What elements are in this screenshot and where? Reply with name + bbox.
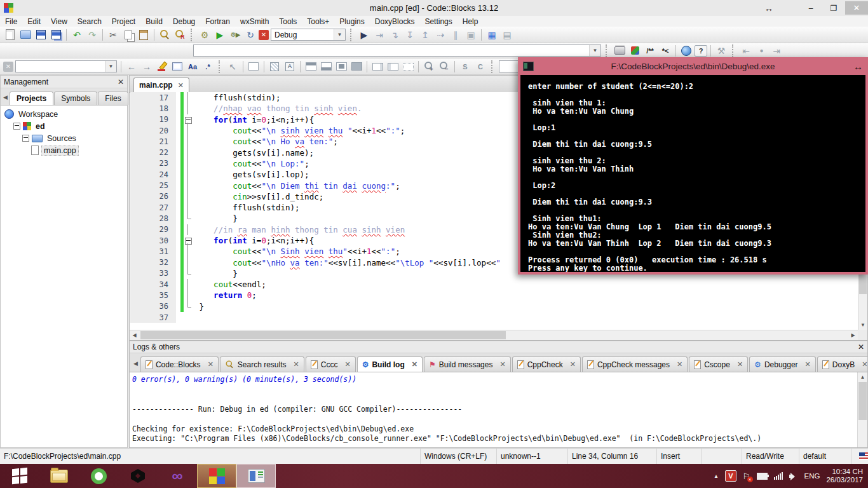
run-to-cursor-icon[interactable]: ⇥ xyxy=(372,29,386,41)
logs-tab-close-icon[interactable]: ✕ xyxy=(737,360,743,369)
doxyblocks-help-icon[interactable]: ? xyxy=(695,45,707,57)
doxyblocks-extract-icon[interactable] xyxy=(613,44,627,57)
editor-tab-close-icon[interactable]: ✕ xyxy=(178,81,184,90)
fold-margin[interactable] xyxy=(184,213,193,224)
wxsmith-border-icon[interactable] xyxy=(401,60,415,73)
logs-scrollbar[interactable]: ▲ xyxy=(857,372,867,447)
fold-margin[interactable] xyxy=(184,235,193,246)
zoom-in-icon[interactable] xyxy=(422,60,436,73)
management-close-icon[interactable]: ✕ xyxy=(118,78,124,86)
paste-icon[interactable] xyxy=(137,29,151,41)
tree-item-sources[interactable]: Sources xyxy=(1,132,127,144)
hscroll-left-icon[interactable]: ◀ xyxy=(130,332,139,338)
symbol-scope-select[interactable]: ▼ xyxy=(193,44,601,57)
restore-button[interactable]: ❐ xyxy=(822,1,845,15)
logs-tab-close-icon[interactable]: ✕ xyxy=(344,360,350,369)
tree-item-ed[interactable]: ed xyxy=(1,120,127,132)
battery-icon[interactable] xyxy=(757,473,768,480)
replace-icon[interactable] xyxy=(173,29,187,41)
highlight-occurrences-icon[interactable] xyxy=(155,60,169,73)
fold-margin[interactable] xyxy=(184,257,193,268)
menu-plugins[interactable]: Plugins xyxy=(334,17,369,27)
logs-close-icon[interactable]: ✕ xyxy=(858,342,864,351)
minimize-button[interactable]: – xyxy=(799,1,822,15)
fold-collapse-icon[interactable] xyxy=(185,238,192,245)
wxsmith-expand-icon[interactable] xyxy=(370,60,384,73)
logs-tab-debugger[interactable]: ⚙Debugger✕ xyxy=(749,356,816,372)
fold-margin[interactable] xyxy=(184,202,193,213)
wxsmith-pointer-icon[interactable]: ↖ xyxy=(226,60,240,73)
action-center-flag-icon[interactable]: ⚐ xyxy=(743,471,750,481)
management-tab-projects[interactable]: Projects xyxy=(10,92,53,105)
doxyblocks-run-icon[interactable] xyxy=(628,44,642,57)
fold-margin[interactable] xyxy=(184,290,193,301)
run-icon[interactable]: ▶ xyxy=(213,29,227,41)
menu-wxsmith[interactable]: wxSmith xyxy=(235,17,274,27)
network-signal-icon[interactable] xyxy=(774,472,783,480)
console-window[interactable]: F:\CodeBlockProjects\ed\bin\Debug\ed.exe… xyxy=(518,57,868,274)
fold-margin[interactable] xyxy=(184,224,193,235)
logs-tab-close-icon[interactable]: ✕ xyxy=(862,360,867,369)
logs-tab-code-blocks[interactable]: Code::Blocks✕ xyxy=(140,356,219,372)
menu-debug[interactable]: Debug xyxy=(168,17,200,27)
menu-help[interactable]: Help xyxy=(458,17,484,27)
debug-continue-icon[interactable]: ▶ xyxy=(357,29,371,41)
logs-tab-doxyb[interactable]: DoxyB✕ xyxy=(817,356,867,372)
logs-tab-build-messages[interactable]: ⚑Build messages✕ xyxy=(424,356,511,372)
logs-tab-cppcheck[interactable]: CppCheck✕ xyxy=(512,356,581,372)
doxyblocks-block-comment-icon[interactable]: /** xyxy=(643,44,657,57)
doxyblocks-settings-icon[interactable]: ⚒ xyxy=(714,44,728,57)
abort-build-icon[interactable]: ✕ xyxy=(259,30,269,40)
stop-debug-icon[interactable]: ▣ xyxy=(464,29,478,41)
stretch-tool-icon[interactable]: S xyxy=(458,60,472,73)
menu-fortran[interactable]: Fortran xyxy=(200,17,235,27)
management-tab-files[interactable]: Files xyxy=(98,92,128,105)
build-target-select[interactable]: Debug▼ xyxy=(271,29,346,41)
console-titlebar[interactable]: F:\CodeBlockProjects\ed\bin\Debug\ed.exe… xyxy=(518,57,868,75)
expander-icon[interactable] xyxy=(22,135,29,142)
console-resize-icon[interactable]: ↔ xyxy=(853,61,863,72)
menu-tools[interactable]: Tools xyxy=(274,17,302,27)
match-case-icon[interactable]: Aa xyxy=(186,60,200,73)
wxsmith-align-top-icon[interactable] xyxy=(304,60,318,73)
unity-button[interactable] xyxy=(118,464,158,488)
logs-tab-search-results[interactable]: Search results✕ xyxy=(220,356,304,372)
pause-icon[interactable]: ∥ xyxy=(449,29,463,41)
wxsmith-frame-icon[interactable] xyxy=(247,60,261,73)
tree-item-workspace[interactable]: Workspace xyxy=(1,108,127,120)
logs-tab-close-icon[interactable]: ✕ xyxy=(294,360,299,369)
fold-margin[interactable] xyxy=(184,125,193,136)
logs-tab-cscope[interactable]: Cscope✕ xyxy=(689,356,748,372)
incsearch-input-dropdown-icon[interactable]: ▼ xyxy=(105,61,116,72)
logs-tab-close-icon[interactable]: ✕ xyxy=(208,360,214,369)
save-icon[interactable] xyxy=(34,29,48,41)
fold-margin[interactable] xyxy=(184,136,193,147)
redo-icon[interactable]: ↷ xyxy=(85,29,99,41)
step-out-icon[interactable]: ↥ xyxy=(418,29,432,41)
incsearch-next-icon[interactable]: → xyxy=(140,60,154,73)
speaker-icon[interactable] xyxy=(789,472,798,480)
logs-tab-close-icon[interactable]: ✕ xyxy=(412,360,417,369)
logs-tab-close-icon[interactable]: ✕ xyxy=(570,360,576,369)
jump-forward-icon[interactable]: ⇥ xyxy=(770,44,783,57)
fold-margin[interactable] xyxy=(184,103,193,114)
center-tool-icon[interactable]: C xyxy=(473,60,487,73)
build-target-select-dropdown-icon[interactable]: ▼ xyxy=(334,29,345,40)
fold-margin[interactable] xyxy=(184,92,193,103)
build-and-run-icon[interactable]: ⚙▶ xyxy=(228,29,242,41)
fold-margin[interactable] xyxy=(184,268,193,279)
wxsmith-align-fill-icon[interactable] xyxy=(334,60,348,73)
regex-icon[interactable]: .* xyxy=(201,60,215,73)
menu-tools[interactable]: Tools+ xyxy=(302,17,334,27)
zoom-out-icon[interactable] xyxy=(437,60,451,73)
build-icon[interactable]: ⚙ xyxy=(198,29,212,41)
menu-edit[interactable]: Edit xyxy=(22,17,46,27)
logs-tab-cppcheck-messages[interactable]: CppCheck messages✕ xyxy=(582,356,688,372)
menu-build[interactable]: Build xyxy=(140,17,168,27)
fold-margin[interactable] xyxy=(184,147,193,158)
fold-margin[interactable] xyxy=(184,279,193,290)
incsearch-clear-icon[interactable]: ✕ xyxy=(3,62,13,72)
editor-horizontal-scrollbar[interactable]: ◀ ▶ xyxy=(130,330,858,340)
logs-tab-cccc[interactable]: Cccc✕ xyxy=(306,356,356,372)
management-tab-symbols[interactable]: Symbols xyxy=(54,92,97,105)
